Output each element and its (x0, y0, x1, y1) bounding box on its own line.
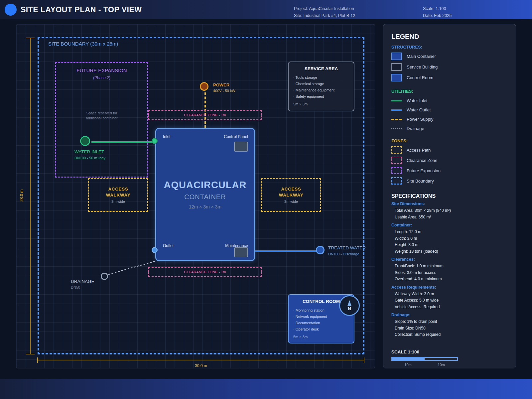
control-room-swatch-icon (391, 74, 402, 81)
scale-date-info: Scale: 1:100 Date: Feb 2025 (423, 5, 452, 19)
treated-water-label: TREATED WATER (328, 245, 366, 250)
legend-item-service-building: Service Building (391, 63, 508, 71)
legend-item-water-inlet: Water Inlet (391, 98, 508, 103)
service-area-item: · Maintenance equipment (293, 87, 349, 93)
legend-item-main-container: Main Container (391, 53, 508, 60)
service-building-swatch-icon (391, 63, 402, 71)
site-boundary-swatch-icon (391, 177, 402, 185)
legend-item-power-supply: Power Supply (391, 117, 508, 122)
clearance-zone-swatch-icon (391, 157, 402, 164)
clearance-zone-bottom: CLEARANCE ZONE - 1m (148, 267, 262, 277)
water-inlet-label: WATER INLET (74, 149, 105, 154)
service-area-box: SERVICE AREA · Tools storage · Chemical … (288, 62, 354, 111)
legend-item-drainage: Drainage (391, 126, 508, 131)
future-expansion-subtitle: (Phase 2) (56, 75, 147, 80)
north-arrow-icon (347, 300, 351, 306)
future-expansion-zone: FUTURE EXPANSION (Phase 2) Space reserve… (55, 62, 148, 178)
service-area-item: · Chemical storage (293, 81, 349, 87)
site-label: Site: Industrial Park #4, Plot B-12 (294, 12, 355, 19)
spec-line: Weight: 18 tons (loaded) (391, 248, 508, 255)
legend-item-site-boundary: Site Boundary (391, 177, 508, 185)
spec-line: Slope: 1% to drain point (391, 319, 508, 325)
power-detail: 400V - 50 kW (213, 89, 235, 93)
project-info: Project: AquaCircular Installation Site:… (294, 5, 355, 19)
scale-bar-empty-segment (425, 358, 457, 360)
drainage-symbol-icon (101, 273, 108, 280)
horizontal-dimension-tick-right (364, 357, 364, 363)
spec-line: Vehicle Access: Required (391, 304, 508, 311)
container-title-group: AQUACIRCULAR CONTAINER 12m × 3m × 3m (156, 180, 254, 209)
spec-line: Total Area: 30m × 28m (840 m²) (391, 207, 508, 214)
service-area-item: · Tools storage (293, 74, 349, 81)
drainage-line-icon (391, 128, 402, 129)
treated-water-line (255, 250, 317, 252)
water-inlet-detail: DN100 - 50 m³/day (74, 156, 105, 160)
north-compass: N (339, 295, 360, 316)
container-outlet-label: Outlet (163, 243, 174, 248)
water-inlet-symbol-icon (80, 136, 90, 146)
utilities-heading: UTILITIES: (391, 89, 508, 94)
legend-item-water-outlet: Water Outlet (391, 107, 508, 112)
control-panel-box (234, 142, 248, 152)
container-inlet-label: Inlet (163, 134, 171, 139)
container-subtitle: CONTAINER (156, 193, 254, 201)
service-area-title: SERVICE AREA (293, 66, 349, 71)
legend-title: LEGEND (391, 33, 508, 41)
drainage-detail: DN50 (71, 285, 94, 289)
power-label-group: POWER 400V - 50 kW (213, 82, 235, 93)
site-plan-canvas: SITE BOUNDARY (30m x 28m) 28.0 m 30.0 m … (16, 24, 375, 368)
main-container-swatch-icon (391, 53, 402, 60)
spec-line: Width: 3.0 m (391, 235, 508, 242)
spec-heading-drainage: Drainage: (391, 313, 508, 317)
container-control-panel-label: Control Panel (224, 134, 248, 139)
spec-line: Overhead: 4.0 m minimum (391, 276, 508, 283)
clearance-zone-top-label: CLEARANCE ZONE - 1m (184, 113, 226, 117)
power-symbol-icon (200, 82, 208, 91)
scale-bar-labels: 10m 10m (391, 363, 458, 367)
main-container: Inlet Control Panel Outlet Maintenance A… (155, 128, 255, 261)
horizontal-dimension-line (38, 360, 364, 360)
scale-bar-title: SCALE 1:100 (391, 349, 508, 354)
scale-bar-filled-segment (392, 358, 425, 360)
vertical-dimension-tick-bottom (26, 354, 35, 354)
access-walkway-right: ACCESS WALKWAY 3m wide (261, 178, 321, 212)
legend-item-control-room: Control Room (391, 74, 508, 81)
spec-heading-container: Container: (391, 223, 508, 227)
project-label: Project: AquaCircular Installation (294, 5, 355, 12)
service-area-size: 5m × 3m (293, 102, 349, 106)
water-outlet-line-icon (391, 109, 402, 111)
water-inlet-line (91, 141, 152, 143)
control-room-item: · Documentation (293, 320, 349, 326)
control-room-size: 5m × 3m (293, 335, 349, 339)
width-dimension-label: 30.0 m (38, 363, 364, 368)
drainage-label: DRAINAGE (71, 279, 94, 284)
future-expansion-note: Space reserved for additional container (56, 111, 147, 121)
future-expansion-title: FUTURE EXPANSION (56, 67, 147, 73)
spec-heading-access-requirements: Access Requirements: (391, 285, 508, 290)
treated-water-label-group: TREATED WATER DN100 - Discharge (328, 245, 366, 256)
treated-water-detail: DN100 - Discharge (328, 252, 366, 256)
water-inlet-label-group: WATER INLET DN100 - 50 m³/day (74, 149, 105, 160)
service-area-item: · Safety equipment (293, 93, 349, 100)
footer-bar (0, 379, 532, 399)
structures-heading: STRUCTURES: (391, 45, 508, 50)
clearance-zone-top: CLEARANCE ZONE - 1m (148, 110, 262, 120)
spec-heading-clearances: Clearances: (391, 257, 508, 262)
spec-line: Front/Back: 1.0 m minimum (391, 263, 508, 270)
walkway-width-note: 3m wide (111, 200, 125, 203)
scale-bar (391, 357, 458, 361)
access-path-swatch-icon (391, 146, 402, 154)
walkway-width-note: 3m wide (284, 200, 298, 203)
logo-circle-icon (5, 4, 17, 16)
page-title: SITE LAYOUT PLAN - TOP VIEW (21, 5, 142, 14)
vertical-dimension-line (30, 38, 31, 354)
horizontal-dimension-tick-left (37, 357, 38, 363)
clearance-zone-bottom-label: CLEARANCE ZONE - 1m (184, 270, 226, 274)
treated-water-symbol-icon (316, 246, 325, 254)
power-label: POWER (213, 82, 235, 87)
spec-line: Drain Size: DN50 (391, 325, 508, 332)
spec-line: Usable Area: 650 m² (391, 214, 508, 221)
zones-heading: ZONES: (391, 138, 508, 143)
spec-line: Collection: Sump required (391, 332, 508, 338)
specifications-title: SPECIFICATIONS (391, 193, 508, 199)
